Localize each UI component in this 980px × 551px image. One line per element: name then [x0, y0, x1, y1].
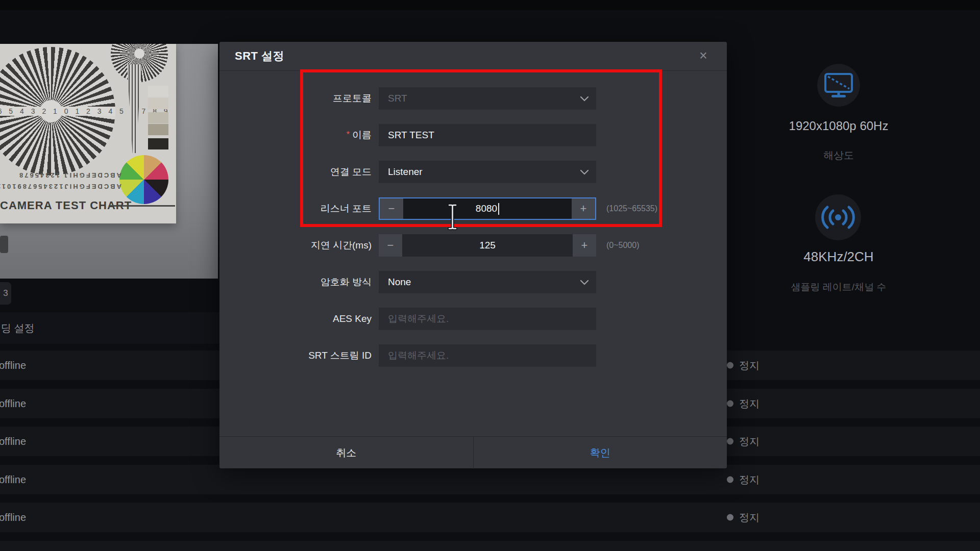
name-input[interactable]: SRT TEST [379, 124, 596, 146]
camera-test-chart: 7 6 5 4 3 2 1 0 1 2 3 4 5 6 7 8 9 ABCDEF… [0, 44, 176, 223]
chevron-down-icon [580, 280, 589, 285]
srt-stream-id-row: SRT 스트림 ID입력해주세요. [219, 344, 727, 367]
srt-stream-id-input[interactable]: 입력해주세요. [379, 344, 596, 367]
status-dot-icon [727, 438, 733, 445]
listener-port-decrement-button[interactable]: − [380, 198, 403, 219]
protocol-value: SRT [388, 87, 407, 110]
encryption-value: None [388, 271, 411, 293]
listener-port-stepper[interactable]: −8080+ [379, 197, 596, 220]
encryption-label: 암호화 방식 [219, 271, 372, 293]
stop-status-label: 정지 [739, 548, 760, 551]
gray-patch-1 [148, 86, 168, 97]
aes-key-input[interactable]: 입력해주세요. [379, 308, 596, 330]
cancel-button[interactable]: 취소 [219, 437, 474, 469]
broadcast-icon [819, 203, 857, 232]
stream-status-left: offline [0, 360, 26, 371]
required-asterisk-icon: * [346, 130, 350, 139]
resolution-value: 1920x1080p 60Hz [731, 119, 946, 133]
name-label: *이름 [219, 124, 372, 146]
stream-status-left: offline [0, 512, 26, 523]
dialog-footer: 취소 확인 [219, 436, 727, 469]
connection-mode-select[interactable]: Listener [379, 161, 596, 183]
stop-status-label: 정지 [739, 396, 760, 410]
top-bar [0, 0, 980, 10]
srt-stream-id-placeholder: 입력해주세요. [388, 344, 449, 367]
stream-status-left: offline [0, 473, 26, 485]
stream-count-badge: 3 [0, 282, 11, 305]
wall-object [0, 236, 8, 253]
listener-port-input[interactable]: 8080 [403, 198, 572, 219]
stream-status-right: 정지 [727, 472, 760, 486]
status-dot-icon [727, 514, 733, 521]
stop-status-label: 정지 [739, 511, 760, 524]
gray-patch-3 [148, 112, 168, 123]
stop-status-label: 정지 [739, 359, 760, 372]
monitor-icon [823, 72, 854, 98]
latency-row: 지연 시간(ms)−125+(0~5000) [219, 234, 727, 257]
srt-settings-dialog: SRT 설정 × 프로토콜SRT*이름SRT TEST연결 모드Listener… [219, 42, 727, 468]
dialog-title: SRT 설정 [235, 42, 284, 70]
chevron-down-icon [580, 96, 589, 102]
stream-status-left: offline [0, 436, 26, 447]
aes-key-label: AES Key [219, 308, 372, 330]
listener-port-value: 8080 [476, 203, 497, 214]
audio-label: 샘플링 레이트/채널 수 [731, 281, 946, 294]
resolution-icon-circle [817, 64, 860, 107]
srt-stream-id-label: SRT 스트림 ID [219, 344, 372, 367]
gray-patch-4 [148, 124, 168, 135]
stream-row[interactable]: offline정지 [0, 541, 980, 551]
stream-row[interactable]: offline정지 [0, 465, 980, 494]
latency-value: 125 [479, 240, 496, 251]
encryption-row: 암호화 방식None [219, 271, 727, 293]
mirrored-text-row-1: ABCDEFGHIJ 12345678 [0, 171, 121, 179]
protocol-label: 프로토콜 [219, 87, 372, 110]
aes-key-placeholder: 입력해주세요. [388, 308, 449, 330]
audio-value: 48KHz/2CH [731, 249, 946, 265]
connection-mode-row: 연결 모드Listener [219, 161, 727, 183]
resolution-scale-numbers: 7 6 5 4 3 2 1 0 1 2 3 4 5 6 7 8 9 [0, 107, 115, 116]
chart-title-line [109, 205, 175, 207]
latency-input[interactable]: 125 [402, 234, 573, 257]
latency-range-hint: (0~5000) [606, 234, 640, 257]
stream-status-right: 정지 [727, 511, 760, 524]
gray-patch-5 [148, 138, 168, 149]
status-dot-icon [727, 362, 733, 369]
latency-stepper[interactable]: −125+ [379, 234, 596, 257]
chevron-down-icon [580, 169, 589, 175]
listener-port-label: 리스너 포트 [219, 197, 372, 220]
connection-mode-label: 연결 모드 [219, 161, 372, 183]
gray-patch-2 [148, 98, 168, 109]
dialog-header: SRT 설정 × [219, 42, 727, 71]
listener-port-range-hint: (1025~65535) [606, 197, 657, 220]
close-icon[interactable]: × [693, 42, 714, 70]
color-wheel [119, 155, 168, 204]
text-caret [498, 203, 499, 215]
stream-status-left: offline [0, 397, 26, 409]
listener-port-increment-button[interactable]: + [572, 198, 595, 219]
stream-status-right: 정지 [727, 548, 760, 551]
status-dot-icon [727, 400, 733, 407]
status-dot-icon [727, 476, 733, 483]
latency-decrement-button[interactable]: − [379, 234, 402, 257]
resolution-label: 해상도 [731, 148, 946, 162]
protocol-row: 프로토콜SRT [219, 87, 727, 110]
star-small-center [134, 48, 144, 59]
aes-key-row: AES Key입력해주세요. [219, 308, 727, 330]
name-row: *이름SRT TEST [219, 124, 727, 146]
stream-row[interactable]: offline정지 [0, 503, 980, 532]
latency-increment-button[interactable]: + [573, 234, 596, 257]
audio-icon-circle [815, 194, 861, 240]
encoding-settings-label: 딩 설정 [1, 321, 35, 335]
name-value: SRT TEST [388, 124, 434, 146]
mirrored-text-row-2: ABCDEFGHIJ1234567891011 [0, 183, 121, 190]
stop-status-label: 정지 [739, 472, 760, 486]
stream-status-right: 정지 [727, 435, 760, 448]
encoding-settings-section: 딩 설정 [0, 312, 219, 344]
protocol-select[interactable]: SRT [379, 87, 596, 110]
stop-status-label: 정지 [739, 435, 760, 448]
listener-port-row: 리스너 포트−8080+(1025~65535) [219, 197, 727, 220]
stream-status-right: 정지 [727, 396, 760, 410]
latency-label: 지연 시간(ms) [219, 234, 372, 257]
confirm-button[interactable]: 확인 [474, 437, 727, 469]
encryption-select[interactable]: None [379, 271, 596, 293]
